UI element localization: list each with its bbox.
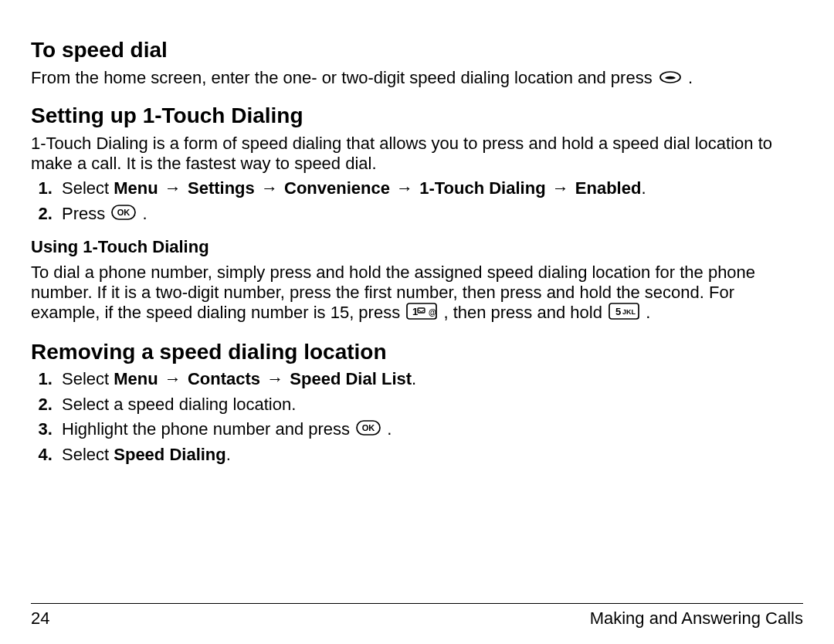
heading-removing: Removing a speed dialing location [31,339,803,365]
text: . [688,68,693,87]
text: , then press and hold [443,303,607,322]
arrow-icon: → [163,369,183,388]
text: Select [62,369,114,388]
page-number: 24 [31,608,49,629]
svg-text:5: 5 [615,306,621,317]
steps-list: Select Menu → Settings → Convenience → 1… [31,178,803,225]
path-part: Menu [114,369,158,388]
text: Select [62,445,114,464]
text: . [646,303,650,322]
list-item: Highlight the phone number and press OK … [57,419,803,440]
subheading-using: Using 1-Touch Dialing [31,237,803,257]
svg-text:@: @ [429,308,436,317]
ok-key-icon: OK [111,205,136,225]
text: Select [62,178,114,198]
path-part: Contacts [188,369,260,388]
text: . [412,369,416,388]
section-name: Making and Answering Calls [590,608,803,629]
text: Highlight the phone number and press [62,419,354,439]
list-item: Select a speed dialing location. [57,395,803,415]
paragraph: From the home screen, enter the one- or … [31,68,803,89]
text: From the home screen, enter the one- or … [31,68,657,87]
path-part: Enabled [575,178,642,198]
list-item: Select Speed Dialing. [57,445,803,465]
list-item: Select Menu → Settings → Convenience → 1… [57,178,803,198]
arrow-icon: → [395,178,415,198]
text: . [387,419,392,439]
text: . [142,204,147,223]
arrow-icon: → [163,178,183,198]
heading-speed-dial: To speed dial [31,37,803,63]
call-key-icon [659,69,682,89]
svg-text:JKL: JKL [622,308,636,316]
path-part: 1-Touch Dialing [419,178,545,198]
text: . [641,178,646,198]
arrow-icon: → [551,178,571,198]
path-part: Menu [114,178,158,198]
path-part: Settings [188,178,255,198]
arrow-icon: → [259,178,280,198]
list-item: Press OK . [57,204,803,225]
path-part: Convenience [284,178,390,198]
heading-1touch: Setting up 1-Touch Dialing [31,103,803,129]
svg-text:OK: OK [362,423,375,432]
paragraph: 1-Touch Dialing is a form of speed diali… [31,134,803,175]
menu-path: Menu → Contacts → Speed Dial List [114,369,412,388]
svg-text:OK: OK [117,208,131,217]
menu-path: Menu → Settings → Convenience → 1-Touch … [114,178,641,198]
text: . [226,445,231,464]
paragraph: To dial a phone number, simply press and… [31,263,803,325]
text: Press [62,204,110,223]
bold-text: Speed Dialing [114,445,225,464]
arrow-icon: → [265,369,285,388]
key-1-icon: 1@ [406,303,437,324]
svg-text:1: 1 [412,306,418,317]
ok-key-icon: OK [356,420,381,440]
page-footer: 24 Making and Answering Calls [31,603,803,629]
steps-list: Select Menu → Contacts → Speed Dial List… [31,369,803,466]
key-5-icon: 5JKL [609,303,639,324]
list-item: Select Menu → Contacts → Speed Dial List… [57,369,803,389]
path-part: Speed Dial List [290,369,412,388]
